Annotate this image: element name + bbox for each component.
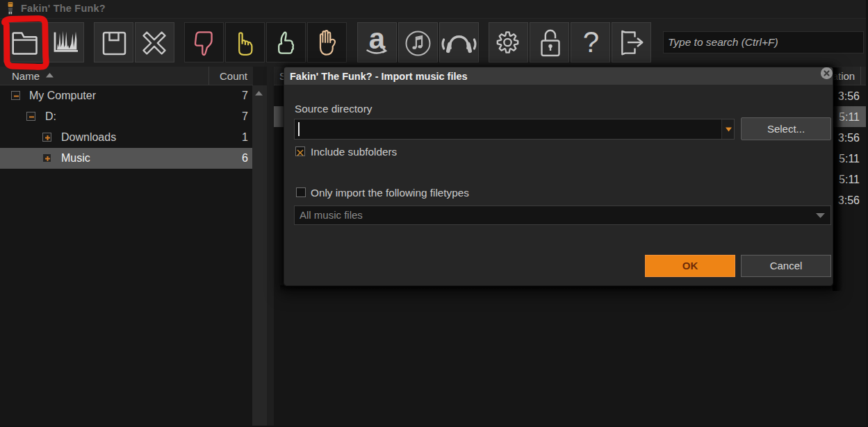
svg-text:?: ? (583, 26, 599, 58)
